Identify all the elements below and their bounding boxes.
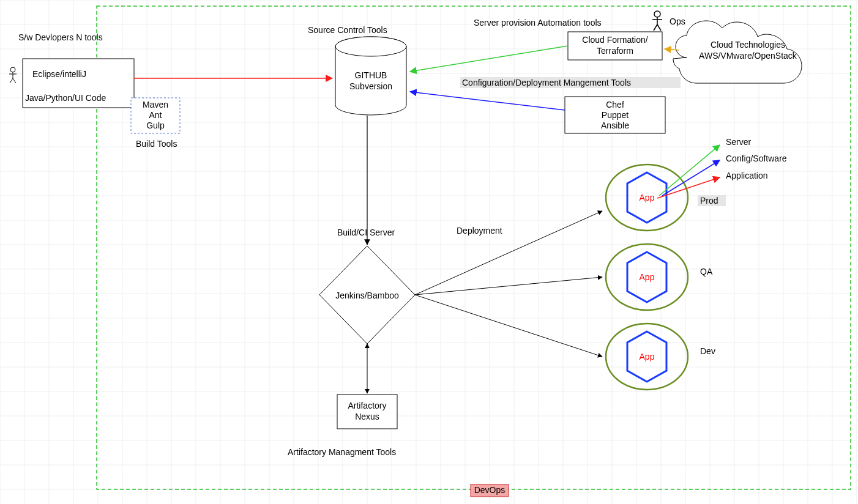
scm-cylinder: GITHUB Subversion xyxy=(335,37,406,115)
provision-title: Server provision Automation tools xyxy=(474,18,602,28)
legend-config: Config/Software xyxy=(726,154,787,163)
ops-actor-label: Ops xyxy=(670,17,685,26)
artifact-line1: Artifactory xyxy=(348,401,386,410)
ci-label: Jenkins/Bamboo xyxy=(335,291,399,300)
env-dev-text: Dev xyxy=(700,346,715,356)
devops-label: DevOps xyxy=(471,484,509,497)
env-prod-text: Prod xyxy=(700,196,718,206)
config-mgmt-box: Chef Puppet Ansible xyxy=(565,97,665,133)
legend-app: Application xyxy=(726,171,768,180)
provision-line1: Cloud Formation/ xyxy=(582,35,647,45)
config-mgmt-title-bg: Configuration/Deployment Mangement Tools xyxy=(460,77,681,88)
provision-line2: Terraform xyxy=(597,46,633,56)
cloud-line2: AWS/VMware/OpenStack xyxy=(699,51,797,61)
scm-line1: GITHUB xyxy=(355,70,387,80)
ide-line1: Eclipse/intelliJ xyxy=(32,69,86,79)
provision-box: Cloud Formation/ Terraform xyxy=(568,32,662,60)
devops-label-text: DevOps xyxy=(474,485,505,495)
diagram-canvas: DevOps S/w Devlopers N tools Eclipse/int… xyxy=(0,0,858,504)
deployment-label: Deployment xyxy=(457,226,502,235)
build-tool-2: Ant xyxy=(149,110,162,120)
config-mgmt-line2: Puppet xyxy=(602,110,629,120)
env-qa-app: App xyxy=(640,272,655,282)
build-tools-title: Build Tools xyxy=(136,139,177,149)
legend-server: Server xyxy=(726,137,752,147)
artifact-line2: Nexus xyxy=(355,412,379,421)
env-qa-text: QA xyxy=(700,267,713,276)
build-tools-box: Maven Ant Gulp xyxy=(131,98,180,133)
env-prod-label: Prod xyxy=(698,195,726,206)
scm-title: Source Control Tools xyxy=(308,25,387,35)
cloud-line1: Cloud Technologies xyxy=(711,40,785,50)
config-mgmt-title: Configuration/Deployment Mangement Tools xyxy=(462,78,631,87)
config-mgmt-line1: Chef xyxy=(606,100,624,109)
artifact-box: Artifactory Nexus xyxy=(337,395,397,429)
env-dev-app: App xyxy=(640,352,655,361)
svg-point-67 xyxy=(335,37,406,56)
build-tool-1: Maven xyxy=(143,100,168,109)
ci-title: Build/CI Server xyxy=(337,228,395,237)
ide-line2: Java/Python/UI Code xyxy=(25,93,106,103)
scm-line2: Subversion xyxy=(349,81,392,91)
dev-title: S/w Devlopers N tools xyxy=(18,32,103,42)
build-tool-3: Gulp xyxy=(146,120,165,130)
env-prod-app: App xyxy=(640,193,655,202)
config-mgmt-line3: Ansible xyxy=(601,120,629,130)
ide-box: Eclipse/intelliJ Java/Python/UI Code xyxy=(23,59,134,108)
artifact-title: Artifactory Managment Tools xyxy=(288,447,396,457)
